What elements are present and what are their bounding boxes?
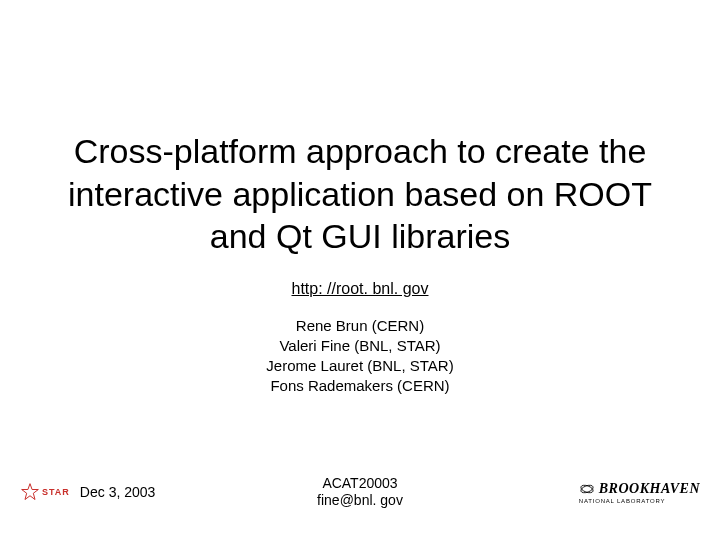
author-list: Rene Brun (CERN) Valeri Fine (BNL, STAR)… [0, 316, 720, 397]
page-title: Cross-platform approach to create the in… [0, 0, 720, 258]
footer-right: BROOKHAVEN NATIONAL LABORATORY [579, 481, 700, 504]
author-line: Rene Brun (CERN) [0, 316, 720, 336]
footer-left: STAR Dec 3, 2003 [20, 482, 155, 502]
footer-date: Dec 3, 2003 [80, 484, 156, 500]
star-icon [20, 482, 40, 502]
star-logo-text: STAR [42, 487, 70, 497]
brookhaven-logo: BROOKHAVEN NATIONAL LABORATORY [579, 481, 700, 504]
author-line: Valeri Fine (BNL, STAR) [0, 336, 720, 356]
star-logo: STAR [20, 482, 70, 502]
brookhaven-logo-bottom: NATIONAL LABORATORY [579, 498, 666, 504]
ring-icon [579, 481, 595, 497]
svg-marker-0 [22, 484, 39, 500]
brookhaven-logo-top: BROOKHAVEN [599, 482, 700, 496]
footer: STAR Dec 3, 2003 ACAT20003 fine@bnl. gov… [0, 472, 720, 512]
author-line: Jerome Lauret (BNL, STAR) [0, 356, 720, 376]
author-line: Fons Rademakers (CERN) [0, 376, 720, 396]
slide: Cross-platform approach to create the in… [0, 0, 720, 540]
root-url-link[interactable]: http: //root. bnl. gov [0, 280, 720, 298]
